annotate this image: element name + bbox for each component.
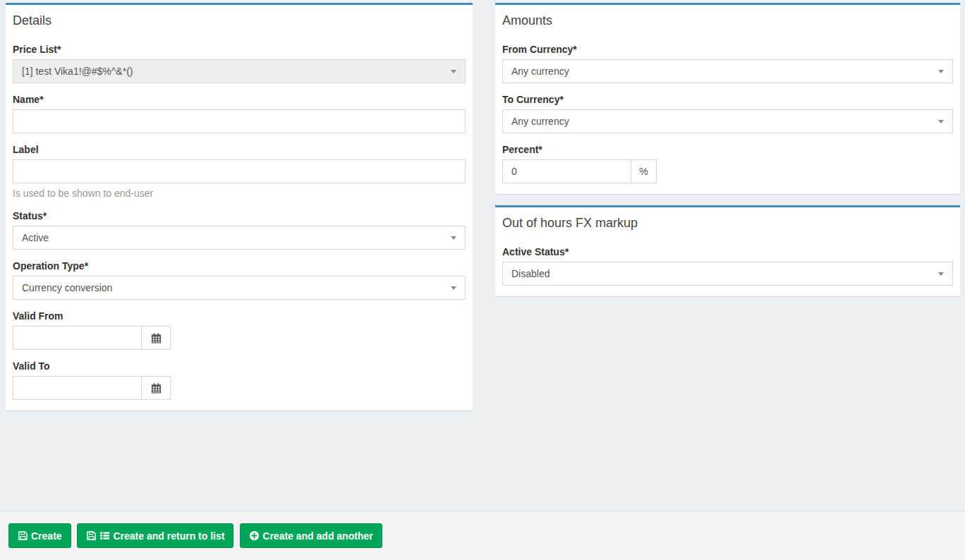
price-list-field: Price List* [1] test Vika1!@#$%^&*(): [13, 44, 466, 83]
plus-circle-icon: [249, 530, 260, 541]
amounts-panel: Amounts From Currency* Any currency To C…: [495, 3, 960, 194]
active-status-select[interactable]: Disabled: [502, 262, 953, 286]
label-help-text: Is used to be shown to end-user: [13, 188, 466, 200]
operation-type-field: Operation Type* Currency conversion: [13, 260, 466, 300]
out-of-hours-panel-title: Out of hours FX markup: [495, 207, 960, 231]
label-field: Label Is used to be shown to end-user: [13, 144, 466, 200]
from-currency-select[interactable]: Any currency: [502, 59, 953, 83]
price-list-selected-value: [1] test Vika1!@#$%^&*(): [22, 66, 133, 77]
operation-type-selected-value: Currency conversion: [22, 282, 112, 293]
create-and-return-to-list-button[interactable]: Create and return to list: [77, 523, 233, 548]
out-of-hours-panel: Out of hours FX markup Active Status* Di…: [495, 205, 960, 296]
caret-down-icon: [451, 70, 456, 73]
to-currency-select[interactable]: Any currency: [502, 109, 953, 133]
status-field: Status* Active: [13, 210, 466, 250]
details-panel: Details Price List* [1] test Vika1!@#$%^…: [6, 3, 473, 410]
calendar-icon: [151, 333, 162, 343]
valid-to-field: Valid To: [13, 360, 466, 400]
save-icon: [86, 530, 97, 541]
create-and-return-button-label: Create and return to list: [113, 530, 224, 542]
to-currency-label: To Currency*: [502, 94, 953, 105]
valid-from-calendar-button[interactable]: [142, 326, 171, 350]
from-currency-selected-value: Any currency: [511, 66, 569, 77]
create-and-add-another-button[interactable]: Create and add another: [240, 523, 382, 548]
content-area: Details Price List* [1] test Vika1!@#$%^…: [0, 0, 965, 511]
valid-from-input[interactable]: [13, 326, 142, 350]
operation-type-label: Operation Type*: [13, 260, 466, 272]
status-label: Status*: [13, 210, 466, 221]
calendar-icon: [151, 383, 162, 394]
caret-down-icon: [938, 120, 944, 123]
percent-label: Percent*: [502, 144, 953, 155]
operation-type-select[interactable]: Currency conversion: [13, 276, 466, 300]
active-status-selected-value: Disabled: [511, 268, 550, 279]
caret-down-icon: [451, 286, 456, 290]
status-selected-value: Active: [22, 232, 49, 243]
details-panel-title: Details: [6, 5, 473, 29]
valid-to-label: Valid To: [13, 360, 466, 372]
status-select[interactable]: Active: [13, 226, 466, 250]
active-status-field: Active Status* Disabled: [502, 246, 953, 286]
create-button[interactable]: Create: [8, 523, 71, 548]
amounts-panel-title: Amounts: [495, 5, 960, 29]
label-input[interactable]: [13, 159, 466, 183]
save-icon: [18, 530, 28, 541]
th-list-icon: [99, 530, 110, 541]
create-button-label: Create: [31, 530, 62, 542]
percent-addon: %: [631, 159, 657, 183]
footer-action-bar: Create Create and return to list Create …: [0, 511, 965, 560]
percent-field: Percent* %: [502, 144, 953, 183]
caret-down-icon: [938, 70, 944, 73]
caret-down-icon: [451, 236, 456, 240]
caret-down-icon: [938, 272, 944, 276]
price-list-select: [1] test Vika1!@#$%^&*(): [13, 59, 466, 83]
percent-input[interactable]: [502, 159, 631, 183]
create-and-add-button-label: Create and add another: [262, 530, 372, 542]
to-currency-field: To Currency* Any currency: [502, 94, 953, 133]
label-label: Label: [13, 144, 466, 155]
name-input[interactable]: [13, 109, 466, 133]
price-list-label: Price List*: [13, 44, 466, 55]
valid-to-calendar-button[interactable]: [142, 376, 171, 400]
valid-to-input[interactable]: [13, 376, 142, 400]
from-currency-field: From Currency* Any currency: [502, 44, 953, 83]
valid-from-field: Valid From: [13, 310, 466, 350]
to-currency-selected-value: Any currency: [511, 116, 569, 127]
from-currency-label: From Currency*: [502, 44, 953, 55]
valid-from-label: Valid From: [13, 310, 466, 322]
name-label: Name*: [13, 94, 466, 105]
active-status-label: Active Status*: [502, 246, 953, 257]
name-field: Name*: [13, 94, 466, 133]
